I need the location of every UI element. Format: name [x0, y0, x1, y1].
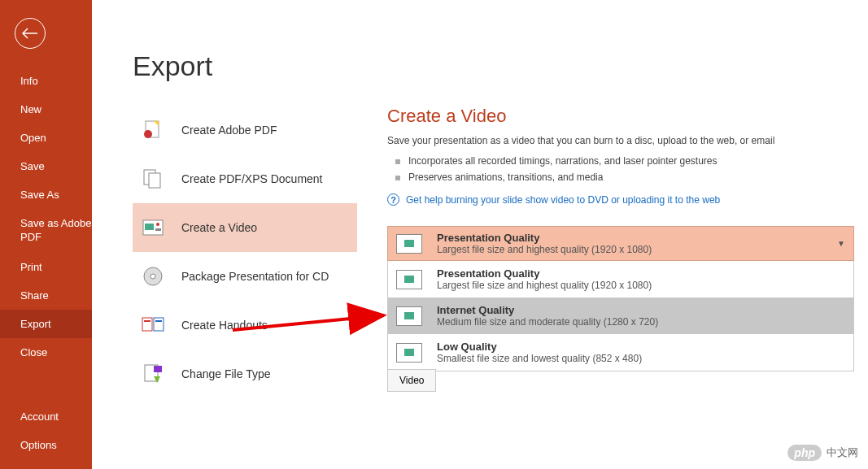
option-subtitle: Smallest file size and lowest quality (8… [437, 353, 845, 364]
sidebar-item-share[interactable]: Share [0, 281, 92, 310]
sidebar-item-info[interactable]: Info [0, 67, 92, 95]
sidebar-item-options[interactable]: Options [0, 431, 92, 459]
quality-dropdown-list: Presentation Quality Largest file size a… [387, 261, 854, 371]
sidebar-item-open[interactable]: Open [0, 124, 92, 152]
svg-rect-23 [155, 320, 162, 322]
sidebar-item-label: Close [20, 346, 47, 358]
export-option-label: Create PDF/XPS Document [181, 172, 323, 185]
video-icon [141, 215, 165, 240]
sidebar-item-close[interactable]: Close [0, 338, 92, 367]
back-button[interactable] [15, 18, 46, 49]
svg-point-11 [144, 130, 152, 138]
svg-rect-17 [155, 228, 161, 231]
dropdown-selected-subtitle: Largest file size and highest quality (1… [437, 244, 837, 255]
watermark-badge: php [787, 445, 822, 461]
sidebar-item-label: Share [20, 289, 49, 302]
sidebar-item-label: Export [20, 318, 51, 330]
sidebar-item-label: Account [20, 410, 59, 423]
detail-title: Create a Video [387, 106, 857, 127]
quality-option-low[interactable]: Low Quality Smallest file size and lowes… [388, 334, 853, 371]
option-title: Internet Quality [437, 304, 845, 316]
export-option-label: Package Presentation for CD [181, 270, 329, 283]
chevron-down-icon: ▼ [837, 239, 845, 248]
export-option-label: Create a Video [181, 221, 257, 234]
export-create-adobe-pdf[interactable]: Create Adobe PDF [133, 106, 357, 154]
main-content: Export Create Adobe PDF Create PDF/XPS D… [92, 0, 868, 469]
change-type-icon [141, 362, 165, 386]
export-option-label: Create Handouts [181, 319, 268, 332]
detail-description: Save your presentation as a video that y… [387, 135, 857, 146]
sidebar-item-label: Save as Adobe PDF [20, 217, 91, 243]
svg-rect-13 [149, 173, 160, 188]
detail-bullet: Preserves animations, transitions, and m… [395, 169, 857, 185]
svg-rect-20 [142, 318, 152, 331]
sidebar-item-label: Open [20, 132, 46, 144]
help-icon: ? [387, 193, 399, 206]
page-title: Export [133, 50, 868, 82]
sidebar-item-label: New [20, 103, 41, 115]
watermark: php 中文网 [787, 445, 858, 461]
svg-rect-22 [144, 320, 150, 322]
help-link[interactable]: Get help burning your slide show video t… [406, 194, 720, 206]
export-package-cd[interactable]: Package Presentation for CD [133, 252, 357, 301]
svg-point-19 [150, 274, 155, 279]
sidebar-item-label: Print [20, 261, 42, 273]
detail-bullet: Incorporates all recorded timings, narra… [395, 153, 857, 169]
svg-rect-26 [154, 366, 162, 372]
option-subtitle: Medium file size and moderate quality (1… [437, 316, 845, 328]
export-option-label: Change File Type [181, 367, 270, 380]
sidebar-item-label: Save [20, 160, 45, 172]
monitor-icon [396, 270, 422, 289]
backstage-sidebar: Info New Open Save Save As Save as Adobe… [0, 0, 92, 469]
monitor-icon [396, 234, 422, 254]
watermark-text: 中文网 [827, 445, 858, 460]
dropdown-selected-title: Presentation Quality [437, 232, 837, 244]
export-create-handouts[interactable]: Create Handouts [133, 301, 357, 350]
quality-option-internet[interactable]: Internet Quality Medium file size and mo… [388, 297, 853, 334]
sidebar-item-export[interactable]: Export [0, 310, 92, 338]
svg-rect-21 [154, 318, 164, 331]
option-title: Low Quality [437, 341, 845, 353]
back-arrow-icon [22, 28, 38, 39]
quality-option-presentation[interactable]: Presentation Quality Largest file size a… [388, 261, 853, 297]
export-options-list: Create Adobe PDF Create PDF/XPS Document… [133, 106, 357, 398]
export-option-label: Create Adobe PDF [181, 124, 277, 137]
sidebar-item-save-as-adobe-pdf[interactable]: Save as Adobe PDF [0, 209, 92, 253]
sidebar-item-account[interactable]: Account [0, 402, 92, 431]
create-video-button[interactable]: Video [387, 369, 436, 392]
export-change-file-type[interactable]: Change File Type [133, 350, 357, 398]
handouts-icon [141, 313, 165, 337]
export-create-pdf-xps[interactable]: Create PDF/XPS Document [133, 154, 357, 203]
sidebar-item-print[interactable]: Print [0, 253, 92, 281]
sidebar-item-label: Info [20, 75, 38, 87]
monitor-icon [396, 306, 422, 326]
help-link-row: ? Get help burning your slide show video… [387, 193, 857, 206]
svg-point-16 [156, 223, 159, 226]
sidebar-item-save-as[interactable]: Save As [0, 180, 92, 209]
sidebar-item-save[interactable]: Save [0, 152, 92, 180]
export-detail-panel: Create a Video Save your presentation as… [387, 106, 857, 206]
export-create-video[interactable]: Create a Video [133, 203, 357, 252]
quality-dropdown-selected[interactable]: Presentation Quality Largest file size a… [387, 226, 854, 261]
option-subtitle: Largest file size and highest quality (1… [437, 280, 845, 291]
sidebar-item-label: Options [20, 439, 57, 451]
monitor-icon [396, 343, 422, 363]
pdf-adobe-icon [141, 118, 165, 142]
sidebar-item-new[interactable]: New [0, 95, 92, 124]
quality-dropdown: Presentation Quality Largest file size a… [387, 226, 854, 371]
pdf-xps-icon [141, 167, 165, 191]
sidebar-item-label: Save As [20, 189, 59, 201]
option-title: Presentation Quality [437, 267, 845, 280]
detail-bullets: Incorporates all recorded timings, narra… [395, 153, 857, 185]
svg-rect-15 [145, 224, 154, 230]
cd-icon [141, 264, 165, 289]
